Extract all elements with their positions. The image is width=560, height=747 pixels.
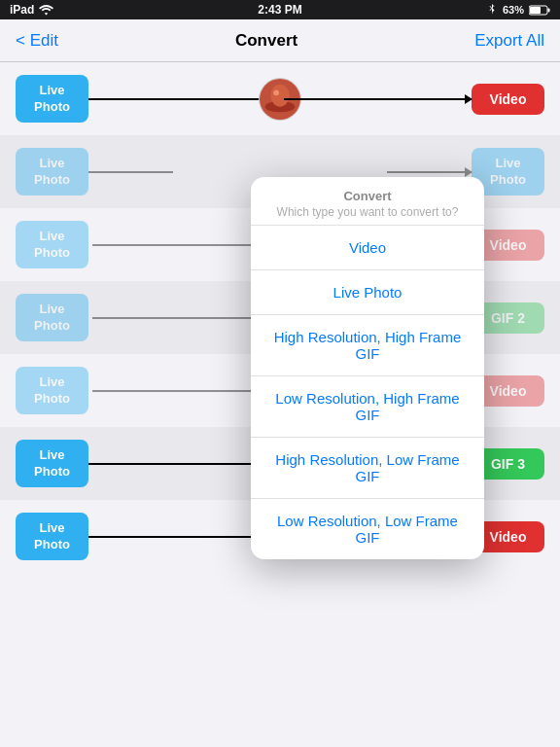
popup-item-lr-lf-gif[interactable]: Low Resolution, Low Frame GIF — [251, 499, 484, 559]
source-button-3[interactable]: LivePhoto — [16, 221, 88, 269]
nav-bar: < Edit Convert Export All — [0, 19, 560, 62]
page-title: Convert — [235, 31, 298, 51]
source-button-2[interactable]: LivePhoto — [16, 148, 88, 196]
status-left: iPad — [10, 3, 53, 17]
popup-item-video[interactable]: Video — [251, 226, 484, 270]
popup-item-hr-lf-gif[interactable]: High Resolution, Low Frame GIF — [251, 438, 484, 499]
svg-point-6 — [273, 89, 279, 95]
bluetooth-icon — [486, 4, 498, 16]
source-button-4[interactable]: LivePhoto — [16, 294, 88, 342]
wifi-icon — [39, 4, 53, 16]
popup-header: Convert Which type you want to convert t… — [251, 177, 484, 226]
back-button[interactable]: < Edit — [16, 31, 58, 51]
carrier-label: iPad — [10, 3, 34, 17]
source-button-6[interactable]: LivePhoto — [16, 440, 88, 488]
status-bar: iPad 2:43 PM 63% — [0, 0, 560, 19]
row-inner-1: LivePhoto Video — [16, 75, 544, 124]
line-right-1 — [284, 98, 472, 100]
line-left-1 — [88, 98, 276, 100]
popup-item-livephoto[interactable]: Live Photo — [251, 270, 484, 315]
line-right-2 — [387, 171, 472, 173]
popup-item-hr-hf-gif[interactable]: High Resolution, High Frame GIF — [251, 315, 484, 376]
output-button-1[interactable]: Video — [472, 84, 544, 115]
battery-label: 63% — [503, 4, 524, 16]
convert-popup: Convert Which type you want to convert t… — [251, 177, 484, 559]
content-area: LivePhoto Video LivePhoto LivePhoto — [0, 62, 560, 747]
line-left-7 — [88, 536, 276, 538]
source-button-7[interactable]: LivePhoto — [16, 513, 88, 561]
popup-subtitle: Which type you want to convert to? — [266, 205, 469, 219]
convert-row-1: LivePhoto Video — [0, 62, 560, 135]
line-left-2 — [88, 171, 173, 173]
source-button-5[interactable]: LivePhoto — [16, 367, 88, 415]
svg-rect-1 — [530, 7, 541, 14]
popup-item-lr-hf-gif[interactable]: Low Resolution, High Frame GIF — [251, 376, 484, 438]
svg-point-5 — [270, 84, 289, 106]
source-button-1[interactable]: LivePhoto — [16, 75, 88, 124]
svg-rect-2 — [548, 8, 550, 12]
battery-icon — [529, 5, 550, 16]
status-right: 63% — [486, 4, 550, 16]
export-all-button[interactable]: Export All — [474, 31, 544, 51]
line-left-6 — [88, 463, 276, 465]
status-time: 2:43 PM — [258, 3, 301, 17]
popup-title: Convert — [266, 189, 469, 203]
